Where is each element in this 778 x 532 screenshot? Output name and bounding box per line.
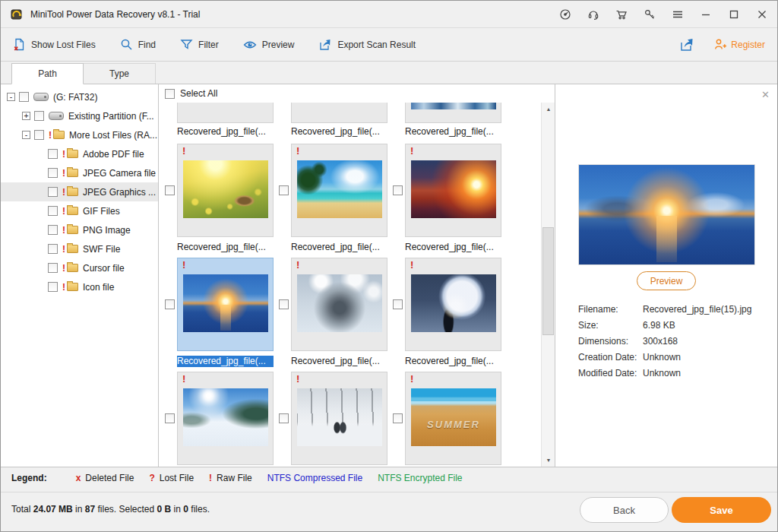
expander-icon[interactable]: - — [7, 93, 15, 101]
file-checkbox[interactable] — [393, 413, 403, 423]
tree-item-icon-file[interactable]: ! Icon file — [1, 277, 158, 296]
key-icon[interactable] — [644, 8, 656, 21]
file-label[interactable]: Recovered_jpg_file(... — [177, 126, 274, 138]
cart-icon[interactable] — [615, 8, 628, 21]
preview-action-button[interactable]: Preview — [637, 271, 696, 290]
file-label[interactable]: Recovered_jpg_file(... — [405, 126, 501, 138]
raw-folder-icon: ! — [62, 206, 78, 217]
share-icon[interactable] — [679, 37, 694, 52]
tree-item-gif-files[interactable]: ! GIF Files — [1, 201, 158, 220]
file-tile[interactable] — [405, 103, 501, 123]
file-checkbox[interactable] — [279, 413, 289, 423]
vertical-scrollbar[interactable]: ▲ ▼ — [541, 103, 555, 467]
tree-item-existing-partition[interactable]: + Existing Partition (F... — [1, 106, 158, 125]
tree-checkbox[interactable] — [48, 187, 58, 197]
raw-folder-icon: ! — [62, 187, 78, 198]
file-checkbox[interactable] — [279, 185, 289, 195]
legend: Legend: x Deleted File ? Lost File ! Raw… — [11, 473, 463, 483]
file-tile[interactable]: ! — [291, 372, 387, 465]
file-tile[interactable] — [177, 103, 274, 123]
file-tile[interactable]: ! — [291, 144, 387, 237]
detail-row-modified-date: Modified Date: Unknown — [578, 369, 770, 378]
tree-checkbox[interactable] — [48, 244, 58, 254]
detail-row-size: Size: 6.98 KB — [578, 321, 770, 331]
selected-size: 0 B — [157, 504, 172, 515]
thumbnail-winter-mountain — [183, 388, 268, 446]
tree-checkbox[interactable] — [48, 225, 58, 235]
file-checkbox[interactable] — [165, 299, 175, 309]
tree-checkbox[interactable] — [48, 149, 58, 159]
expander-icon[interactable]: + — [22, 112, 30, 120]
thumbnail-flower-field — [183, 160, 268, 218]
file-tile[interactable]: ! — [177, 144, 274, 237]
find-label: Find — [138, 40, 156, 50]
select-all-checkbox[interactable] — [165, 89, 175, 99]
tab-type[interactable]: Type — [84, 63, 156, 84]
maximize-button[interactable] — [728, 8, 740, 21]
file-label[interactable]: Recovered_jpg_file(... — [291, 356, 387, 367]
tree-checkbox[interactable] — [34, 130, 44, 140]
file-checkbox[interactable] — [165, 413, 175, 423]
file-label[interactable]: Recovered_jpg_file(... — [291, 242, 387, 253]
file-label[interactable]: Recovered_jpg_file(... — [405, 242, 501, 253]
tree-item-jpeg-graphics[interactable]: ! JPEG Graphics ... — [1, 182, 158, 201]
scrollbar-thumb[interactable] — [542, 227, 554, 335]
tree-checkbox[interactable] — [34, 111, 44, 121]
file-tile[interactable]: ! — [177, 372, 274, 465]
file-label[interactable]: Recovered_jpg_file(... — [291, 126, 387, 138]
gauge-icon[interactable] — [559, 8, 571, 21]
tree-checkbox[interactable] — [48, 282, 58, 292]
show-lost-files-button[interactable]: Show Lost Files — [13, 38, 96, 52]
file-tile[interactable]: ! — [405, 258, 501, 351]
tree-checkbox[interactable] — [48, 168, 58, 178]
raw-file-marker: ! — [296, 259, 299, 271]
divider — [1, 492, 777, 492]
back-button[interactable]: Back — [580, 497, 669, 523]
file-label[interactable]: Recovered_jpg_file(... — [405, 356, 501, 367]
file-checkbox[interactable] — [165, 185, 175, 195]
raw-folder-icon: ! — [49, 130, 65, 141]
file-tile[interactable] — [291, 103, 387, 123]
tree-item-swf-file[interactable]: ! SWF File — [1, 239, 158, 258]
file-tile[interactable]: ! — [291, 258, 387, 351]
save-button[interactable]: Save — [672, 497, 771, 523]
detail-row-dimensions: Dimensions: 300x168 — [578, 337, 770, 347]
support-headset-icon[interactable] — [587, 8, 599, 21]
file-checkbox[interactable] — [393, 185, 403, 195]
thumbnail-partial — [411, 103, 496, 109]
scroll-down-arrow[interactable]: ▼ — [542, 454, 555, 467]
file-label-selected[interactable]: Recovered_jpg_file(... — [177, 356, 274, 367]
tree-item-jpeg-camera[interactable]: ! JPEG Camera file — [1, 163, 158, 182]
export-scan-result-button[interactable]: Export Scan Result — [318, 38, 416, 51]
preview-close-icon[interactable]: ✕ — [761, 89, 770, 100]
legend-ntfs-compressed: NTFS Compressed File — [267, 473, 362, 483]
tree-item-adobe-pdf[interactable]: ! Adobe PDF file — [1, 144, 158, 163]
raw-folder-icon: ! — [62, 263, 78, 274]
file-tile[interactable]: ! — [405, 144, 501, 237]
tree-item-more-lost-files[interactable]: - ! More Lost Files (RA... — [1, 125, 158, 144]
scroll-up-arrow[interactable]: ▲ — [542, 103, 555, 116]
close-button[interactable] — [756, 8, 768, 21]
tree-item-png-image[interactable]: ! PNG Image — [1, 220, 158, 239]
file-label[interactable]: Recovered_jpg_file(... — [177, 242, 274, 253]
file-checkbox[interactable] — [279, 299, 289, 309]
expander-icon[interactable]: - — [22, 131, 30, 139]
filter-button[interactable]: Filter — [180, 38, 219, 51]
tree-checkbox[interactable] — [48, 206, 58, 216]
find-button[interactable]: Find — [120, 38, 156, 51]
legend-deleted-file: x Deleted File — [76, 473, 134, 483]
file-tile-selected[interactable]: ! — [177, 258, 274, 351]
register-button[interactable]: Register — [714, 38, 765, 51]
file-tile[interactable]: ! SUMMER — [405, 372, 501, 465]
eye-icon — [243, 40, 257, 50]
tree-checkbox[interactable] — [48, 263, 58, 273]
minimize-button[interactable] — [700, 8, 712, 21]
tree-item-cursor-file[interactable]: ! Cursor file — [1, 258, 158, 277]
file-checkbox[interactable] — [393, 299, 403, 309]
bottom-bar: Legend: x Deleted File ? Lost File ! Raw… — [1, 467, 777, 532]
tab-path[interactable]: Path — [11, 63, 84, 84]
tree-checkbox[interactable] — [19, 92, 29, 102]
preview-button[interactable]: Preview — [243, 40, 295, 50]
menu-icon[interactable] — [672, 8, 684, 21]
tree-item-drive-g[interactable]: - (G: FAT32) — [1, 87, 158, 106]
